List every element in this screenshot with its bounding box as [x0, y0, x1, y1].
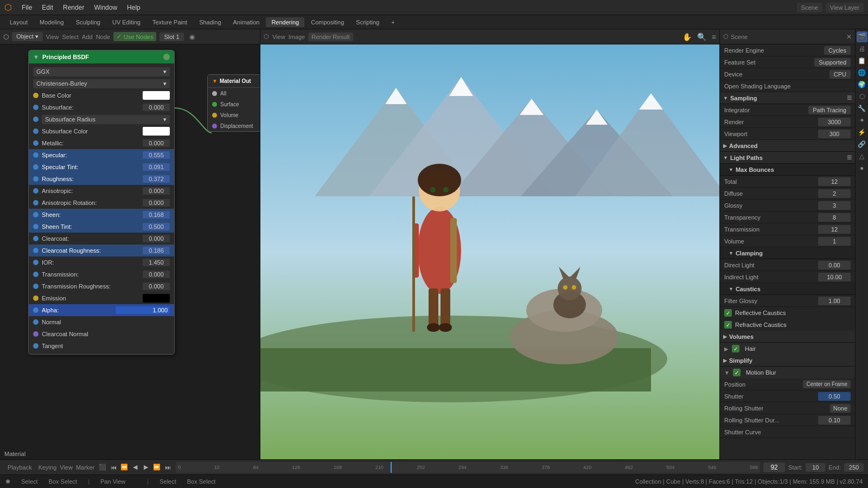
- clearcoat-row[interactable]: Clearcoat: 0.000: [29, 233, 174, 245]
- hair-checkbox[interactable]: ✓: [732, 345, 739, 352]
- specular-value[interactable]: 0.555: [143, 151, 170, 159]
- object-selector[interactable]: Object ▾: [12, 32, 43, 41]
- material-props-icon[interactable]: ●: [857, 163, 867, 174]
- timeline-ruler[interactable]: 0108412616821025229433637842046250454658…: [176, 462, 760, 473]
- mat-out-all-row[interactable]: All: [208, 88, 260, 99]
- object-props-icon[interactable]: ⬡: [857, 91, 867, 102]
- slot-icon[interactable]: ◉: [189, 33, 195, 41]
- blender-icon[interactable]: ⬡: [4, 2, 12, 12]
- subsurface-radius-row[interactable]: Subsurface Radius▾: [29, 113, 174, 125]
- mat-out-surface-row[interactable]: Surface: [208, 99, 260, 110]
- data-props-icon[interactable]: △: [857, 151, 867, 162]
- status-select2-label[interactable]: Select: [159, 478, 176, 485]
- tangent-row[interactable]: Tangent: [29, 340, 174, 352]
- filter-glossy-input[interactable]: 1.00: [818, 297, 851, 305]
- alpha-row[interactable]: Alpha: 1.000: [29, 304, 174, 316]
- transmission-bounces-input[interactable]: 12: [818, 225, 851, 234]
- bsdf-output-socket[interactable]: [163, 54, 170, 60]
- simplify-section[interactable]: ▶ Simplify: [720, 355, 855, 367]
- integrator-value[interactable]: Path Tracing: [808, 106, 851, 114]
- render-engine-value[interactable]: Cycles: [824, 46, 851, 55]
- transmission-roughness-row[interactable]: Transmission Roughness: 0.000: [29, 280, 174, 292]
- step-back-btn[interactable]: ⏪: [119, 463, 129, 472]
- sheen-tint-value[interactable]: 0.500: [143, 223, 170, 230]
- ior-row[interactable]: IOR: 1.450: [29, 256, 174, 268]
- transmission-row[interactable]: Transmission: 0.000: [29, 268, 174, 280]
- menu-edit[interactable]: Edit: [37, 2, 58, 14]
- close-properties-btn[interactable]: ✕: [846, 33, 852, 41]
- indirect-light-input[interactable]: 10.00: [818, 273, 851, 281]
- emission-value[interactable]: [143, 294, 170, 303]
- clearcoat-roughness-value[interactable]: 0.186: [143, 247, 170, 254]
- menu-file[interactable]: File: [17, 2, 36, 14]
- status-select-label[interactable]: Select: [21, 478, 38, 485]
- specular-row[interactable]: Specular: 0.555: [29, 149, 174, 161]
- jump-start-btn[interactable]: ⏮: [108, 463, 118, 472]
- feature-set-value[interactable]: Supported: [814, 58, 851, 67]
- transmission-value[interactable]: 0.000: [143, 271, 170, 278]
- status-box-select2-label[interactable]: Box Select: [187, 478, 216, 485]
- end-frame-input[interactable]: 250: [844, 463, 864, 472]
- physics-props-icon[interactable]: ⚡: [857, 127, 867, 138]
- jump-end-btn[interactable]: ⏭: [163, 463, 173, 472]
- start-frame-input[interactable]: 10: [806, 463, 825, 472]
- mat-out-volume-row[interactable]: Volume: [208, 110, 260, 120]
- direct-light-input[interactable]: 0.00: [818, 261, 851, 269]
- mat-out-collapse-icon[interactable]: ▼: [212, 78, 218, 84]
- max-bounces-section[interactable]: ▼ Max Bounces: [720, 164, 855, 176]
- clamping-section[interactable]: ▼ Clamping: [720, 247, 855, 259]
- playback-menu[interactable]: Playback: [4, 463, 35, 472]
- world-props-icon[interactable]: 🌍: [857, 79, 867, 90]
- tab-modeling[interactable]: Modeling: [34, 17, 69, 27]
- tab-sculpting[interactable]: Sculpting: [71, 17, 106, 27]
- nav-icon-zoom[interactable]: 🔍: [697, 33, 706, 41]
- scene-props-icon[interactable]: 🌐: [857, 67, 867, 78]
- tab-animation[interactable]: Animation: [228, 17, 265, 27]
- subsurface-method-row[interactable]: Christensen-Burley▾: [29, 78, 174, 89]
- sheen-value[interactable]: 0.168: [143, 211, 170, 219]
- tab-texture-paint[interactable]: Texture Paint: [147, 17, 193, 27]
- refractive-caustics-checkbox[interactable]: ✓: [724, 321, 732, 329]
- play-back-btn[interactable]: ◀: [130, 463, 140, 472]
- ior-value[interactable]: 1.450: [143, 259, 170, 266]
- subsurface-color-row[interactable]: Subsurface Color: [29, 125, 174, 137]
- glossy-input[interactable]: 3: [818, 201, 851, 210]
- status-box-select-label[interactable]: Box Select: [49, 478, 78, 485]
- subsurface-value[interactable]: 0.000: [143, 104, 170, 111]
- viewport-samples-input[interactable]: 300: [818, 130, 851, 138]
- alpha-value[interactable]: 1.000: [116, 306, 170, 314]
- keying-label[interactable]: Keying: [39, 464, 57, 471]
- base-color-row[interactable]: Base Color: [29, 89, 174, 101]
- nav-icon-settings[interactable]: ≡: [712, 33, 716, 41]
- view-layer-props-icon[interactable]: 📋: [857, 55, 867, 66]
- nav-icon-hand[interactable]: ✋: [682, 33, 692, 41]
- scene-label[interactable]: Scene: [731, 34, 748, 40]
- rolling-shutter-dur-input[interactable]: 0.10: [818, 416, 851, 425]
- tab-add[interactable]: +: [386, 17, 400, 27]
- menu-render[interactable]: Render: [59, 2, 88, 14]
- mat-out-displacement-row[interactable]: Displacement: [208, 120, 260, 131]
- sampling-section[interactable]: ▼ Sampling ☰: [720, 92, 855, 104]
- subsurface-color-value[interactable]: [143, 127, 170, 136]
- anisotropic-rotation-row[interactable]: Anisotropic Rotation: 0.000: [29, 197, 174, 209]
- shutter-input[interactable]: 0.50: [818, 392, 851, 401]
- caustics-section[interactable]: ▼ Caustics: [720, 283, 855, 295]
- tab-scripting[interactable]: Scripting: [350, 17, 385, 27]
- volumes-section[interactable]: ▶ Volumes: [720, 331, 855, 343]
- output-props-icon[interactable]: 🖨: [857, 43, 867, 54]
- subsurface-radius-dropdown[interactable]: Subsurface Radius▾: [42, 115, 170, 124]
- diffuse-input[interactable]: 2: [818, 189, 851, 198]
- tab-compositing[interactable]: Compositing: [305, 17, 349, 27]
- roughness-row[interactable]: Roughness: 0.372: [29, 173, 174, 185]
- base-color-value[interactable]: [143, 91, 170, 100]
- tab-shading[interactable]: Shading: [194, 17, 226, 27]
- bsdf-node[interactable]: ▼ Principled BSDF GGX▾ Christensen-Burle…: [28, 50, 175, 355]
- material-out-node[interactable]: ▼ Material Out All Surface Volume: [207, 74, 260, 132]
- menu-help[interactable]: Help: [123, 2, 145, 14]
- view-label[interactable]: View: [60, 464, 73, 471]
- modifier-props-icon[interactable]: 🔧: [857, 103, 867, 114]
- hair-expand-icon[interactable]: ▶: [724, 346, 729, 352]
- render-result-label[interactable]: Render Result: [308, 33, 353, 41]
- metallic-value[interactable]: 0.000: [143, 139, 170, 147]
- view-label[interactable]: View: [46, 34, 59, 40]
